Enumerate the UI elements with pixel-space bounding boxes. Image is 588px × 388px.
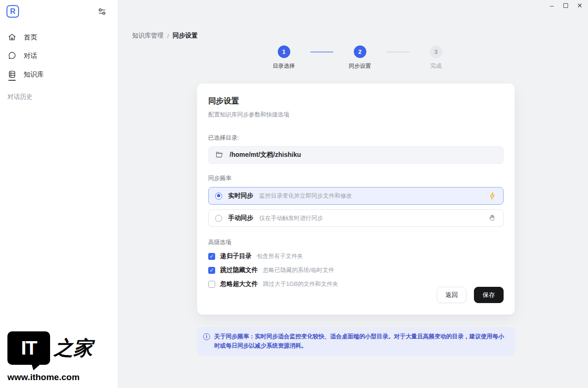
checkbox-checked-icon: ✓ <box>208 267 215 274</box>
option-title: 实时同步 <box>228 192 253 200</box>
breadcrumb-current: 同步设置 <box>173 32 198 40</box>
ithome-url: www.ithome.com <box>7 372 93 382</box>
settings-sliders-icon[interactable] <box>97 7 107 16</box>
ithome-badge-text: IT <box>21 337 36 359</box>
step-connector-done <box>310 52 333 52</box>
lightning-icon <box>488 192 497 200</box>
close-icon: ✕ <box>577 2 582 9</box>
breadcrumb: 知识库管理 / 同步设置 <box>132 32 198 40</box>
option-title: 手动同步 <box>228 214 253 222</box>
maximize-button[interactable] <box>561 1 570 10</box>
card-title: 同步设置 <box>208 96 504 106</box>
minimize-button[interactable]: – <box>547 1 556 10</box>
sidebar-item-label: 知识库 <box>24 70 44 79</box>
breadcrumb-parent[interactable]: 知识库管理 <box>132 32 164 40</box>
sidebar-item-chat[interactable]: 对话 <box>0 46 118 65</box>
note-text: 关于同步频率：实时同步适合监控变化较快、适合桌面端的小型目录。对于大量且高频变动… <box>214 332 506 350</box>
checkbox-checked-icon: ✓ <box>208 253 215 260</box>
ithome-logo: IT 之家 <box>7 331 93 365</box>
checkbox-unchecked-icon <box>208 281 215 288</box>
back-button[interactable]: 返回 <box>437 287 467 303</box>
step-directory-select[interactable]: 1 目录选择 <box>260 45 308 70</box>
sidebar-item-label: 首页 <box>24 33 37 42</box>
maximize-icon <box>563 3 568 8</box>
sidebar-header: R <box>0 0 118 18</box>
info-glyph: i <box>206 334 207 339</box>
sync-frequency-note: i 关于同步频率：实时同步适合监控变化较快、适合桌面端的小型目录。对于大量且高频… <box>197 327 515 356</box>
minimize-icon: – <box>550 2 554 9</box>
step-number: 1 <box>278 45 290 58</box>
checkbox-description: 跳过大于1GB的文件和文件夹 <box>263 280 339 288</box>
option-manual-sync[interactable]: 手动同步 仅在手动触发时进行同步 <box>208 209 504 227</box>
sidebar-item-home[interactable]: 首页 <box>0 28 118 46</box>
ithome-brand-cn: 之家 <box>54 331 93 365</box>
card-actions: 返回 保存 <box>437 287 504 303</box>
step-sync-settings[interactable]: 2 同步设置 <box>336 45 384 70</box>
frequency-label: 同步频率 <box>208 175 504 182</box>
advanced-options-label: 高级选项 <box>208 239 504 246</box>
checkmark-glyph: ✓ <box>210 268 214 273</box>
checkbox-description: 忽略已隐藏的系统/临时文件 <box>263 266 334 274</box>
save-button[interactable]: 保存 <box>474 287 504 303</box>
chat-history-label: 对话历史 <box>7 93 110 101</box>
hand-icon <box>488 214 497 222</box>
app-logo-icon: R <box>6 5 19 18</box>
checkbox-recursive-subdirs[interactable]: ✓ 递归子目录 包含所有子文件夹 <box>208 252 504 260</box>
app-logo-letter: R <box>10 7 16 16</box>
checkbox-description: 包含所有子文件夹 <box>257 252 303 260</box>
breadcrumb-separator: / <box>167 32 169 39</box>
sidebar-item-label: 对话 <box>24 52 37 60</box>
window-controls: – ✕ <box>547 1 584 10</box>
info-icon: i <box>203 333 210 340</box>
home-icon <box>7 32 17 42</box>
directory-label: 已选择目录: <box>208 134 504 142</box>
checkbox-skip-hidden-files[interactable]: ✓ 跳过隐藏文件 忽略已隐藏的系统/临时文件 <box>208 266 504 274</box>
option-description: 仅在手动触发时进行同步 <box>259 214 323 222</box>
checkbox-label: 跳过隐藏文件 <box>220 266 258 274</box>
selected-directory-field[interactable]: /home/mt/文档/zhishiku <box>208 146 504 164</box>
chat-icon <box>7 51 17 60</box>
wizard-stepper: 1 目录选择 2 同步设置 3 完成 <box>260 45 460 70</box>
sidebar-item-knowledge-base[interactable]: 知识库 <box>0 65 118 84</box>
step-number: 2 <box>354 45 366 58</box>
step-connector-pending <box>386 52 409 52</box>
card-subtitle: 配置知识库同步参数和快捷选项 <box>208 111 504 119</box>
sidebar: R 首页 对话 <box>0 0 118 388</box>
database-icon <box>7 70 17 79</box>
close-button[interactable]: ✕ <box>575 1 584 10</box>
checkmark-glyph: ✓ <box>210 254 214 259</box>
sync-settings-card: 同步设置 配置知识库同步参数和快捷选项 已选择目录: /home/mt/文档/z… <box>197 84 515 315</box>
ithome-badge-icon: IT <box>7 331 50 365</box>
option-realtime-sync[interactable]: 实时同步 监控目录变化并立即同步文件和修改 <box>208 187 504 205</box>
step-number: 3 <box>430 45 442 58</box>
checkbox-label: 忽略超大文件 <box>220 280 258 288</box>
step-label: 完成 <box>430 62 441 70</box>
step-complete[interactable]: 3 完成 <box>412 45 460 70</box>
directory-path: /home/mt/文档/zhishiku <box>230 151 301 159</box>
step-label: 同步设置 <box>349 62 371 70</box>
radio-unselected-icon <box>215 215 222 222</box>
folder-icon <box>215 151 224 159</box>
ithome-watermark: IT 之家 www.ithome.com <box>7 331 93 382</box>
checkbox-label: 递归子目录 <box>220 252 252 260</box>
radio-selected-icon <box>215 193 222 200</box>
option-description: 监控目录变化并立即同步文件和修改 <box>259 192 352 200</box>
step-label: 目录选择 <box>273 62 295 70</box>
sidebar-nav: 首页 对话 知识库 <box>0 28 118 84</box>
